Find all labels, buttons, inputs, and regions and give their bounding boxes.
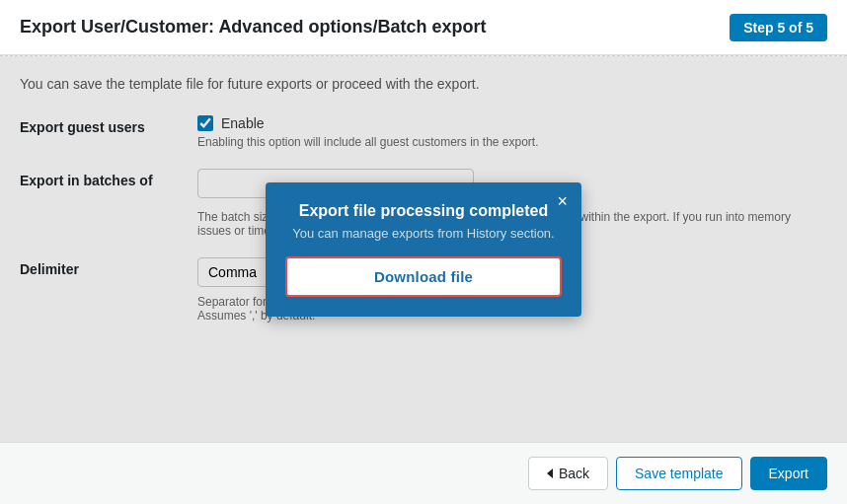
modal-close-button[interactable]: × [557, 192, 568, 210]
modal-subtitle: You can manage exports from History sect… [285, 226, 562, 241]
modal-overlay: × Export file processing completed You c… [0, 56, 847, 442]
chevron-left-icon [547, 468, 553, 478]
modal-title: Export file processing completed [285, 202, 562, 220]
save-template-button[interactable]: Save template [616, 457, 742, 490]
page-footer: Back Save template Export [0, 442, 847, 504]
download-file-button[interactable]: Download file [285, 256, 562, 297]
step-badge: Step 5 of 5 [730, 14, 827, 41]
page-title: Export User/Customer: Advanced options/B… [20, 17, 486, 37]
back-button[interactable]: Back [528, 457, 608, 490]
export-complete-modal: × Export file processing completed You c… [266, 182, 581, 317]
export-button[interactable]: Export [750, 457, 827, 490]
main-content: You can save the template file for futur… [0, 56, 847, 442]
page-header: Export User/Customer: Advanced options/B… [0, 0, 847, 55]
